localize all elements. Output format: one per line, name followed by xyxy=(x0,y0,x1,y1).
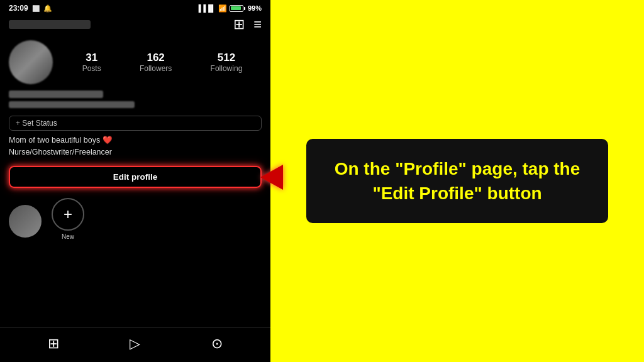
username-bar xyxy=(9,20,91,29)
instruction-box: On the "Profile" page, tap the "Edit Pro… xyxy=(306,139,608,223)
highlights-row: + New xyxy=(0,193,270,245)
menu-icon[interactable]: ≡ xyxy=(253,18,262,31)
followers-count: 162 xyxy=(147,52,164,64)
top-nav: ⊞ ≡ xyxy=(0,15,270,35)
bio-line-1: Mom of two beautiful boys ❤️ xyxy=(9,134,262,146)
signal-icon: ▐▐▐▌ xyxy=(196,4,216,12)
edit-profile-wrap: Edit profile xyxy=(0,162,270,193)
set-status-button[interactable]: + Set Status xyxy=(9,116,262,131)
followers-stat[interactable]: 162 Followers xyxy=(140,52,172,73)
highlight-new-label: New xyxy=(62,233,74,240)
posts-label: Posts xyxy=(82,64,101,73)
bottom-nav: ⊞ ▷ ⊙ xyxy=(0,327,270,362)
posts-count: 31 xyxy=(86,52,97,64)
highlight-item-new[interactable]: + New xyxy=(52,198,84,240)
add-post-icon[interactable]: ⊞ xyxy=(233,18,245,31)
display-name-bar xyxy=(9,90,103,98)
status-bar: 23:09 ⬜ 🔔 ▐▐▐▌ 📶 99% xyxy=(0,0,270,15)
following-label: Following xyxy=(211,64,243,73)
notification-icon: 🔔 xyxy=(43,4,52,13)
highlight-avatar-1 xyxy=(9,205,42,238)
grid-nav-icon[interactable]: ⊞ xyxy=(48,336,59,352)
profile-header: 31 Posts 162 Followers 512 Following xyxy=(0,35,270,90)
highlight-item-1[interactable] xyxy=(9,205,42,240)
time-display: 23:09 xyxy=(9,4,28,13)
instruction-text: On the "Profile" page, tap the "Edit Pro… xyxy=(325,156,589,206)
set-status-label: + Set Status xyxy=(16,119,57,128)
display-name-area xyxy=(0,90,270,111)
avatar[interactable] xyxy=(9,40,53,84)
profile-nav-icon[interactable]: ⊙ xyxy=(211,336,223,352)
wifi-icon: 📶 xyxy=(218,4,227,13)
bio-line-2: Nurse/Ghostwriter/Freelancer xyxy=(9,146,262,158)
battery-icon xyxy=(230,5,245,12)
following-stat[interactable]: 512 Following xyxy=(211,52,243,73)
edit-profile-button[interactable]: Edit profile xyxy=(9,166,262,188)
highlight-add-button[interactable]: + xyxy=(52,198,84,231)
display-name-bar2 xyxy=(9,101,135,108)
followers-label: Followers xyxy=(140,64,172,73)
battery-percent: 99% xyxy=(248,4,262,12)
stats-row: 31 Posts 162 Followers 512 Following xyxy=(63,52,262,73)
bio-area: Mom of two beautiful boys ❤️ Nurse/Ghost… xyxy=(0,134,270,162)
posts-stat[interactable]: 31 Posts xyxy=(82,52,101,73)
clock-icon: ⬜ xyxy=(32,5,40,12)
reels-nav-icon[interactable]: ▷ xyxy=(130,336,140,352)
instruction-panel: On the "Profile" page, tap the "Edit Pro… xyxy=(270,0,644,362)
phone-mockup: 23:09 ⬜ 🔔 ▐▐▐▌ 📶 99% ⊞ ≡ 31 xyxy=(0,0,270,362)
following-count: 512 xyxy=(218,52,235,64)
arrow-indicator xyxy=(260,165,283,190)
